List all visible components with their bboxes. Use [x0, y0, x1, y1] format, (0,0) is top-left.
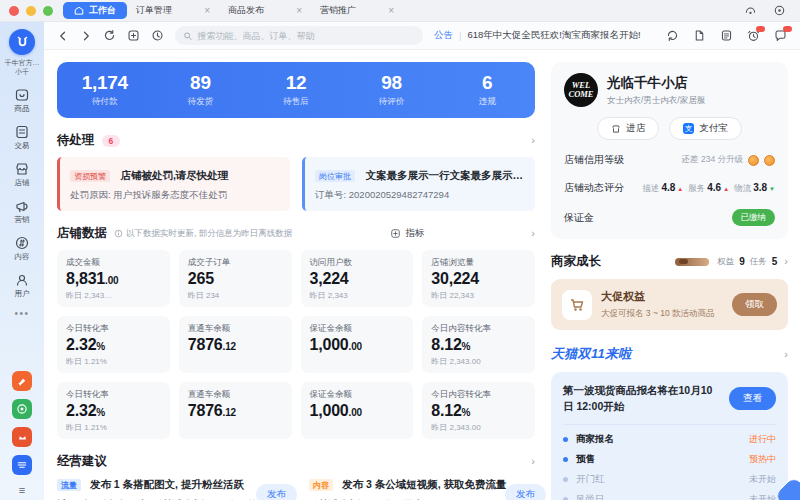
- target-icon[interactable]: [773, 4, 786, 17]
- medal-icon: [748, 155, 759, 166]
- metric-grid: 成交金额 8,831.00 昨日 2,343… 成交子订单 265 昨日 234…: [57, 250, 535, 439]
- close-tab-icon[interactable]: ×: [388, 5, 394, 16]
- metric-card[interactable]: 直通车余额 7876.12: [179, 316, 292, 373]
- credit-level-row[interactable]: 店铺信用等级 还差 234 分升级: [564, 146, 775, 174]
- wangwang-app-icon[interactable]: [12, 399, 32, 419]
- user-icon: [14, 272, 30, 288]
- dsr-row[interactable]: 店铺动态评分 描述4.8▲ 服务4.6▲ 物流3.8▼: [564, 174, 775, 202]
- double11-chevron-icon[interactable]: ›: [784, 349, 788, 360]
- metric-card[interactable]: 今日转化率 2.32% 昨日 1.21%: [57, 316, 170, 373]
- timeline-dot-icon: [563, 457, 568, 462]
- hashtag-circle-icon: [14, 235, 30, 251]
- traffic-lights: [9, 6, 53, 16]
- minimize-window-button[interactable]: [26, 6, 36, 16]
- tab-orders[interactable]: 订单管理 ×: [127, 0, 219, 21]
- tab-publish[interactable]: 商品发布 ×: [219, 0, 311, 21]
- shop-name: 光临千牛小店: [607, 74, 705, 92]
- close-tab-icon[interactable]: ×: [296, 5, 302, 16]
- stat-pending-payment[interactable]: 1,174 待付款: [57, 72, 153, 108]
- stat-after-sale[interactable]: 12 待售后: [248, 72, 344, 108]
- sidebar-item-content[interactable]: 内容: [14, 235, 30, 262]
- stat-violations[interactable]: 6 违规: [439, 72, 535, 108]
- search-icon: [183, 31, 192, 41]
- add-metric-button[interactable]: 指标: [390, 227, 424, 240]
- timeline-item-fashion-day[interactable]: 风尚日 未开始: [563, 490, 776, 500]
- claim-button[interactable]: 领取: [732, 293, 777, 316]
- pinned-apps: [12, 371, 32, 475]
- pending-stats-banner[interactable]: 1,174 待付款 89 待发货 12 待售后 98 待评价: [57, 62, 535, 118]
- shop-avatar: WEL COME: [564, 73, 598, 107]
- view-button[interactable]: 查看: [729, 387, 776, 410]
- timeline-item-presale[interactable]: 预售 预热中: [563, 450, 776, 470]
- sidebar-item-users[interactable]: 用户: [14, 272, 30, 299]
- metric-card[interactable]: 店铺浏览量 30,224 昨日 22,343: [422, 250, 535, 307]
- alipay-button[interactable]: 支 支付宝: [669, 117, 742, 140]
- metric-card[interactable]: 保证金余额 1,000.00: [301, 316, 414, 373]
- task-list-icon[interactable]: [720, 29, 733, 42]
- search-bar[interactable]: [175, 26, 423, 45]
- zoom-window-button[interactable]: [43, 6, 53, 16]
- restore-history-icon[interactable]: [666, 29, 679, 42]
- dsr-logistics: 物流3.8▼: [734, 182, 775, 195]
- todo-card-approval[interactable]: 岗位审批 文案最多展示一行文案最多展示… 订单号: 20200205294827…: [302, 157, 535, 211]
- announcement[interactable]: 公告 | 618年中大促全民狂欢!淘宝商家报名开始!: [434, 29, 641, 42]
- tab-label: 订单管理: [136, 4, 172, 17]
- growth-section-title: 商家成长: [551, 253, 601, 270]
- search-input[interactable]: [197, 31, 415, 41]
- headset-icon[interactable]: [744, 4, 757, 17]
- metric-card[interactable]: 今日转化率 2.32% 昨日 1.21%: [57, 382, 170, 439]
- metric-card[interactable]: 今日内容转化率 8.12% 昨日 2,343.00: [422, 316, 535, 373]
- risk-warning-tag: 资损预警: [70, 170, 110, 182]
- advice-item-content: 内容 发布 3 条公域短视频, 获取免费流量 粉丝活跃率低于同行平均水平 发布: [309, 478, 546, 500]
- publish-button[interactable]: 发布: [256, 484, 297, 500]
- qianniu-logo[interactable]: [9, 29, 35, 55]
- sidebar-item-marketing[interactable]: 营销: [14, 198, 30, 225]
- history-clock-icon[interactable]: [151, 29, 164, 42]
- sidebar-menu-icon[interactable]: ≡: [19, 484, 25, 496]
- metric-card[interactable]: 保证金余额 1,000.00: [301, 382, 414, 439]
- sidebar-item-goods[interactable]: 商品: [14, 87, 30, 114]
- metric-card[interactable]: 访问用户数 3,224 昨日 2,343: [301, 250, 414, 307]
- content-tag: 内容: [309, 479, 333, 491]
- deposit-paid-badge: 已缴纳: [732, 209, 776, 226]
- todo-section-title: 待处理: [57, 132, 95, 149]
- todo-count-badge: 6: [102, 135, 121, 147]
- add-tab-icon[interactable]: [127, 29, 140, 42]
- tab-marketing[interactable]: 营销推广 ×: [311, 0, 403, 21]
- file-icon[interactable]: [693, 29, 706, 42]
- forward-icon[interactable]: [80, 30, 92, 42]
- close-tab-icon[interactable]: ×: [204, 5, 210, 16]
- timeline-item-opening[interactable]: 开门红 未开始: [563, 470, 776, 490]
- crown-app-icon[interactable]: [12, 427, 32, 447]
- sidebar-more-icon[interactable]: •••: [14, 308, 29, 319]
- metric-card[interactable]: 今日内容转化率 8.12% 昨日 2,343.00: [422, 382, 535, 439]
- close-window-button[interactable]: [9, 6, 19, 16]
- trend-down-icon: ▼: [769, 186, 775, 192]
- timeline-item-signup[interactable]: 商家报名 进行中: [563, 430, 776, 450]
- shop-data-section-title: 店铺数据: [57, 225, 107, 242]
- todo-card-penalty[interactable]: 资损预警 店铺被处罚,请尽快处理 处罚原因: 用户投诉服务态度不佳处罚: [57, 157, 290, 211]
- paint-app-icon[interactable]: [12, 371, 32, 391]
- tab-workbench[interactable]: 工作台: [63, 2, 127, 19]
- equity-count: 9: [739, 256, 745, 267]
- credit-hint: 还差 234 分升级: [682, 154, 743, 166]
- stat-pending-review[interactable]: 98 待评价: [344, 72, 440, 108]
- double11-timeline: 商家报名 进行中 预售 预热中 开门红 未开始: [563, 425, 776, 500]
- blue-app-icon[interactable]: [12, 455, 32, 475]
- deposit-row[interactable]: 保证金 已缴纳: [564, 202, 775, 233]
- refresh-icon[interactable]: [103, 29, 116, 42]
- notification-badge: [756, 26, 765, 32]
- sidebar-item-shop[interactable]: 店铺: [14, 161, 30, 188]
- metric-card[interactable]: 直通车余额 7876.12: [179, 382, 292, 439]
- growth-chevron-icon[interactable]: ›: [784, 256, 788, 267]
- sidebar-item-trade[interactable]: 交易: [14, 124, 30, 151]
- back-icon[interactable]: [57, 30, 69, 42]
- metric-card[interactable]: 成交金额 8,831.00 昨日 2,343…: [57, 250, 170, 307]
- enter-shop-button[interactable]: 进店: [597, 117, 659, 140]
- right-panel: WEL COME 光临千牛小店 女士内衣/男士内衣/家居服 进店 支: [535, 50, 800, 500]
- stat-pending-shipment[interactable]: 89 待发货: [153, 72, 249, 108]
- workbench-main: 1,174 待付款 89 待发货 12 待售后 98 待评价: [57, 50, 535, 500]
- growth-progress-bar: [675, 258, 709, 266]
- megaphone-icon: [14, 198, 30, 214]
- metric-card[interactable]: 成交子订单 265 昨日 234: [179, 250, 292, 307]
